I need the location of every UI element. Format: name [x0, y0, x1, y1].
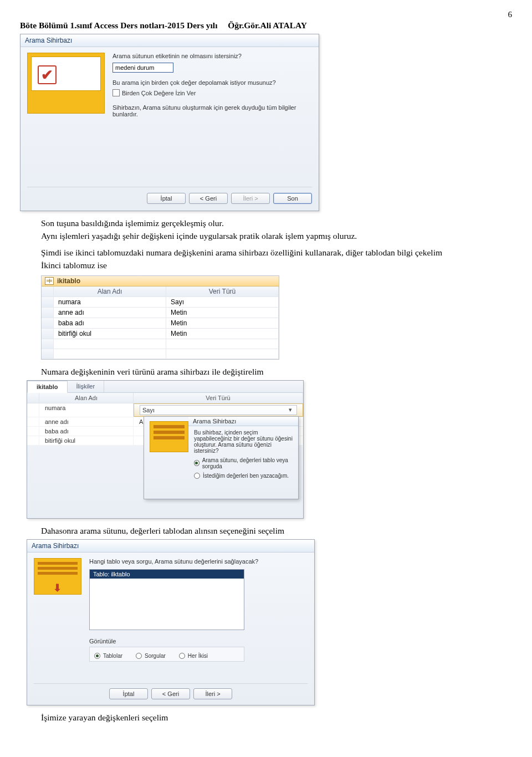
table-row[interactable]: baba adıMetin	[42, 318, 279, 329]
radio-from-table[interactable]	[194, 460, 200, 466]
wizard-info-text: Sihirbazın, Arama sütunu oluşturmak için…	[112, 104, 312, 117]
body-paragraph: Son tuşuna basıldığında işlemimiz gerçek…	[41, 218, 512, 228]
header-right: Öğr.Gör.Ali ATALAY	[228, 21, 307, 30]
radio-type-values[interactable]	[194, 473, 200, 479]
wizard-graphic-icon	[34, 558, 81, 595]
table-design-view: ikitablo Alan Adı Veri Türü numaraSayı a…	[41, 275, 279, 360]
checkmark-icon: ✔	[38, 65, 57, 84]
chevron-down-icon: ▾	[287, 406, 294, 414]
source-listbox[interactable]: Tablo: ilktablo	[89, 569, 244, 630]
radio-queries-label: Sorgular	[145, 653, 166, 659]
wizard-description: Bu sihirbaz, içinden seçim yapabileceğin…	[194, 429, 295, 454]
wizard-title: Arama Sihirbazı	[27, 540, 314, 553]
page-number: 6	[20, 10, 512, 19]
radio-both-label: Her İkisi	[188, 653, 208, 659]
wizard-title: Arama Sihirbazı	[188, 417, 298, 426]
back-button[interactable]: < Geri	[151, 688, 190, 699]
column-label-input[interactable]	[112, 63, 173, 73]
tab-relations[interactable]: İlişkiler	[68, 381, 105, 392]
table-row[interactable]: anne adıMetin	[42, 308, 279, 318]
list-item[interactable]: Tablo: ilktablo	[90, 570, 244, 579]
table-tab-label: ikitablo	[57, 277, 80, 285]
table-row[interactable]: numara Sayı ▾	[27, 403, 303, 417]
cancel-button[interactable]: İptal	[109, 688, 148, 699]
datatype-dropdown[interactable]: Sayı ▾	[140, 405, 297, 415]
table-tab[interactable]: ikitablo	[42, 276, 279, 287]
page-header: Böte Bölümü 1.sınıf Access Ders notları-…	[20, 21, 512, 30]
wizard-question: Hangi tablo veya sorgu, Arama sütunu değ…	[89, 558, 308, 565]
wizard-graphic-icon: ✔	[27, 53, 105, 114]
next-button[interactable]: İleri >	[193, 688, 232, 699]
radio-both[interactable]	[179, 653, 185, 659]
radio-queries[interactable]	[136, 653, 142, 659]
table-grid-icon	[45, 277, 54, 285]
cancel-button[interactable]: İptal	[147, 193, 186, 204]
body-paragraph: İşimize yarayan değişkenleri seçelim	[41, 712, 512, 723]
back-button[interactable]: < Geri	[189, 193, 228, 204]
column-header-type: Veri Türü	[134, 393, 303, 403]
radio-from-table-label: Arama sütunu, değerleri tablo veya sorgu…	[202, 457, 295, 469]
wizard-multi-question: Bu arama için birden çok değer depolamak…	[112, 79, 312, 86]
wizard-graphic-icon	[150, 421, 188, 452]
table-row[interactable]	[42, 349, 279, 359]
lookup-wizard-dialog: Arama Sihirbazı ✔ Arama sütunun etiketin…	[20, 34, 319, 211]
table-design-with-wizard: ikitablo İlişkiler Alan Adı Veri Türü nu…	[27, 380, 304, 519]
allow-multiple-checkbox[interactable]	[112, 89, 120, 96]
table-row[interactable]: bitirfiği okulMetin	[42, 329, 279, 339]
column-header-type: Veri Türü	[166, 287, 279, 296]
lookup-wizard-popup: Arama Sihirbazı Bu sihirbaz, içinden seç…	[144, 416, 299, 499]
next-button: İleri >	[231, 193, 270, 204]
body-paragraph: Aynı işlemleri yaşadığı şehir değişkeni …	[41, 231, 512, 241]
radio-tables[interactable]	[94, 653, 100, 659]
column-header-field: Alan Adı	[54, 287, 166, 296]
radio-type-values-label: İstediğim değerleri ben yazacağım.	[203, 473, 289, 479]
body-paragraph: İkinci tablomuz ise	[41, 260, 512, 270]
radio-tables-label: Tablolar	[103, 653, 122, 659]
tab-ikitablo[interactable]: ikitablo	[27, 381, 68, 393]
column-header-field: Alan Adı	[39, 393, 134, 403]
finish-button[interactable]: Son	[273, 193, 312, 204]
header-left: Böte Bölümü 1.sınıf Access Ders notları-…	[20, 21, 217, 30]
table-row[interactable]	[42, 339, 279, 349]
wizard-title: Arama Sihirbazı	[21, 34, 319, 47]
lookup-wizard-select-source: Arama Sihirbazı Hangi tablo veya sorgu, …	[27, 539, 315, 705]
body-paragraph: Dahasonra arama sütunu, değerleri tablod…	[41, 525, 512, 536]
view-option-group: Tablolar Sorgular Her İkisi	[89, 647, 244, 662]
table-row[interactable]: numaraSayı	[42, 297, 279, 308]
allow-multiple-label: Birden Çok Değere İzin Ver	[122, 90, 196, 96]
body-paragraph: Numara değişkeninin veri türünü arama si…	[41, 366, 512, 377]
body-paragraph: Şimdi ise ikinci tablomuzdaki numara değ…	[20, 247, 512, 258]
wizard-question-label: Arama sütunun etiketinin ne olmasını ist…	[112, 53, 312, 59]
view-label: Görüntüle	[89, 638, 308, 645]
